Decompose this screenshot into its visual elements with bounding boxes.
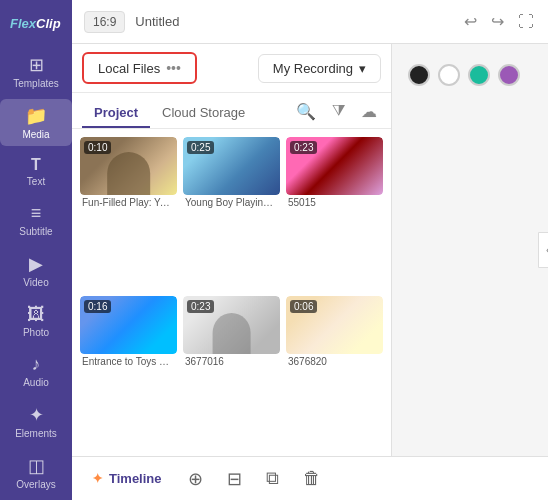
- dropdown-icon: ▾: [359, 61, 366, 76]
- search-icon[interactable]: 🔍: [292, 100, 320, 123]
- timeline-bar: ✦ Timeline ⊕ ⊟ ⧉ 🗑: [72, 456, 548, 500]
- duration-badge: 0:25: [187, 141, 214, 154]
- media-item-label: Fun-Filled Play: Young B...: [80, 195, 177, 210]
- media-icon: 📁: [25, 105, 47, 127]
- video-icon: ▶: [29, 253, 43, 275]
- media-item-label: Young Boy Playing With...: [183, 195, 280, 210]
- aspect-ratio-badge[interactable]: 16:9: [84, 11, 125, 33]
- undo-icon[interactable]: ↩: [462, 10, 479, 33]
- sidebar-item-text[interactable]: T Text: [0, 150, 72, 193]
- color-swatches: [400, 56, 528, 94]
- sidebar-item-video[interactable]: ▶ Video: [0, 247, 72, 294]
- source-tabs: Local Files ••• My Recording ▾: [72, 44, 391, 93]
- color-swatch-black[interactable]: [408, 64, 430, 86]
- subtitle-icon: ≡: [31, 203, 42, 224]
- app-logo: FlexClip: [6, 10, 66, 36]
- add-scene-button[interactable]: ⊕: [182, 466, 209, 492]
- topbar: 16:9 Untitled ↩ ↪ ⛶: [72, 0, 548, 44]
- media-left-panel: Local Files ••• My Recording ▾ Project C…: [72, 44, 392, 456]
- delete-button[interactable]: 🗑: [297, 466, 327, 491]
- media-item-label: Entrance to Toys R Us in ...: [80, 354, 177, 369]
- local-files-button[interactable]: Local Files •••: [82, 52, 197, 84]
- sidebar-item-overlays[interactable]: ◫ Overlays: [0, 449, 72, 496]
- templates-icon: ⊞: [29, 54, 44, 76]
- sidebar-item-audio[interactable]: ♪ Audio: [0, 348, 72, 394]
- collapse-panel-button[interactable]: ‹: [538, 232, 548, 268]
- elements-icon: ✦: [29, 404, 44, 426]
- cloud-icon[interactable]: ☁: [357, 100, 381, 123]
- text-icon: T: [31, 156, 41, 174]
- sidebar-item-templates[interactable]: ⊞ Templates: [0, 48, 72, 95]
- sidebar-item-subtitle[interactable]: ≡ Subtitle: [0, 197, 72, 243]
- timeline-label: Timeline: [109, 471, 162, 486]
- recording-label: My Recording: [273, 61, 353, 76]
- content-tabs: Project Cloud Storage 🔍 ⧩ ☁: [72, 93, 391, 129]
- color-swatch-purple[interactable]: [498, 64, 520, 86]
- duration-badge: 0:16: [84, 300, 111, 313]
- duration-badge: 0:06: [290, 300, 317, 313]
- list-item[interactable]: 0:25 Young Boy Playing With...: [183, 137, 280, 290]
- duplicate-button[interactable]: ⧉: [260, 466, 285, 491]
- tab-cloud-storage[interactable]: Cloud Storage: [150, 99, 257, 128]
- fullscreen-icon[interactable]: ⛶: [516, 11, 536, 33]
- split-button[interactable]: ⊟: [221, 466, 248, 492]
- list-item[interactable]: 0:10 Fun-Filled Play: Young B...: [80, 137, 177, 290]
- main-area: 16:9 Untitled ↩ ↪ ⛶ Local Files ••• My R…: [72, 0, 548, 500]
- overlays-icon: ◫: [28, 455, 45, 477]
- list-item[interactable]: 0:16 Entrance to Toys R Us in ...: [80, 296, 177, 449]
- sidebar-item-media[interactable]: 📁 Media: [0, 99, 72, 146]
- tab-project[interactable]: Project: [82, 99, 150, 128]
- my-recording-button[interactable]: My Recording ▾: [258, 54, 381, 83]
- list-item[interactable]: 0:23 55015: [286, 137, 383, 290]
- duration-badge: 0:10: [84, 141, 111, 154]
- media-item-label: 55015: [286, 195, 383, 210]
- sidebar-item-elements[interactable]: ✦ Elements: [0, 398, 72, 445]
- duration-badge: 0:23: [290, 141, 317, 154]
- filter-icon[interactable]: ⧩: [328, 100, 349, 123]
- more-icon[interactable]: •••: [166, 60, 181, 76]
- list-item[interactable]: 0:23 3677016: [183, 296, 280, 449]
- media-item-label: 3677016: [183, 354, 280, 369]
- tab-actions: 🔍 ⧩ ☁: [292, 100, 381, 127]
- color-swatch-teal[interactable]: [468, 64, 490, 86]
- media-panel: Local Files ••• My Recording ▾ Project C…: [72, 44, 548, 456]
- color-swatch-white[interactable]: [438, 64, 460, 86]
- duration-badge: 0:23: [187, 300, 214, 313]
- media-item-label: 3676820: [286, 354, 383, 369]
- list-item[interactable]: 0:06 3676820: [286, 296, 383, 449]
- sidebar: FlexClip ⊞ Templates 📁 Media T Text ≡ Su…: [0, 0, 72, 500]
- sidebar-item-photo[interactable]: 🖼 Photo: [0, 298, 72, 344]
- timeline-sparkle-icon: ✦: [92, 471, 103, 486]
- local-files-label: Local Files: [98, 61, 160, 76]
- redo-icon[interactable]: ↪: [489, 10, 506, 33]
- canvas-panel: [392, 44, 548, 456]
- timeline-button[interactable]: ✦ Timeline: [84, 467, 170, 490]
- audio-icon: ♪: [32, 354, 41, 375]
- photo-icon: 🖼: [27, 304, 45, 325]
- media-grid: 0:10 Fun-Filled Play: Young B... 0:25 Yo…: [72, 129, 391, 456]
- project-title[interactable]: Untitled: [135, 14, 452, 29]
